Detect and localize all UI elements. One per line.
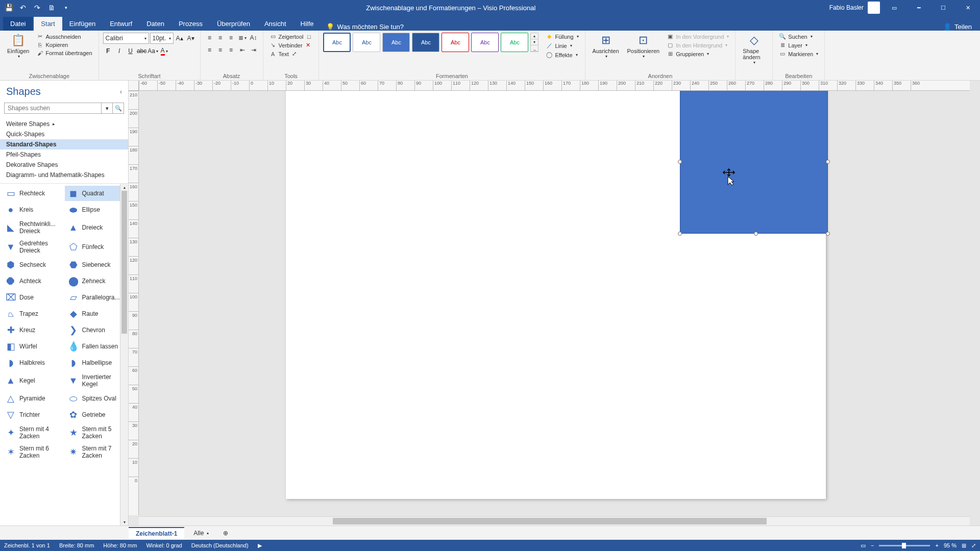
- paste-button[interactable]: 📋 Einfügen ▾: [4, 33, 32, 60]
- shape-item-rechteck[interactable]: ▭Rechteck: [2, 186, 64, 201]
- close-button[interactable]: ✕: [958, 0, 978, 15]
- tab-ueberpruefen[interactable]: Überprüfen: [210, 17, 257, 31]
- line-button[interactable]: ／Linie▾: [544, 41, 580, 50]
- align-top-right[interactable]: ≡: [226, 33, 236, 43]
- shape-item-f-nfeck[interactable]: ⬠Fünfeck: [65, 238, 127, 256]
- shape-item-invertierter-kegel[interactable]: ▼Invertierter Kegel: [65, 371, 127, 390]
- handle-w[interactable]: [678, 160, 682, 164]
- fit-page-button[interactable]: ⊞: [962, 542, 966, 549]
- zoom-level[interactable]: 95 %: [944, 542, 957, 548]
- align-left[interactable]: ≡: [205, 45, 215, 55]
- canvas-area[interactable]: -60-50-40-30-20-100102030405060708090100…: [129, 81, 980, 525]
- format-painter-button[interactable]: 🖌Format übertragen: [34, 49, 94, 57]
- presentation-mode[interactable]: ▭: [861, 542, 866, 549]
- new-page-button[interactable]: ⊕: [218, 528, 233, 539]
- macro-icon[interactable]: ▶: [258, 542, 262, 549]
- horizontal-scrollbar[interactable]: [139, 516, 970, 525]
- bullets-button[interactable]: ≣▾: [237, 33, 248, 43]
- shape-item-raute[interactable]: ◆Raute: [65, 306, 127, 321]
- tab-entwurf[interactable]: Entwurf: [103, 17, 139, 31]
- share-button[interactable]: 👤 Teilen: [935, 23, 980, 31]
- search-dropdown[interactable]: ▾: [102, 103, 113, 114]
- text-tool[interactable]: AText⤢: [267, 50, 315, 58]
- font-name-combo[interactable]: Calibri▾: [103, 33, 149, 44]
- shape-item-gedrehtes-dreieck[interactable]: ▼Gedrehtes Dreieck: [2, 238, 64, 256]
- page-tab-1[interactable]: Zeichenblatt-1: [129, 527, 184, 539]
- shape-item-w-rfel[interactable]: ◧Würfel: [2, 339, 64, 354]
- group-button[interactable]: ⊞Gruppieren▾: [665, 50, 731, 58]
- collapse-panel-button[interactable]: ‹: [120, 88, 122, 95]
- shape-item-stern-mit-zacken[interactable]: ✶Stern mit 6 Zacken: [2, 443, 64, 461]
- grow-font-button[interactable]: A▴: [175, 33, 185, 43]
- align-top-center[interactable]: ≡: [215, 33, 226, 43]
- redo-button[interactable]: ↷: [31, 1, 44, 14]
- maximize-button[interactable]: ☐: [933, 0, 953, 15]
- shape-item-dreieck[interactable]: ▲Dreieck: [65, 218, 127, 237]
- selected-square-shape[interactable]: [680, 91, 828, 234]
- shape-item-pyramide[interactable]: △Pyramide: [2, 391, 64, 406]
- cut-button[interactable]: ✂Ausschneiden: [34, 33, 94, 40]
- shape-item-rechtwinkli-dreieck[interactable]: ◣Rechtwinkli... Dreieck: [2, 218, 64, 237]
- style-5[interactable]: Abc: [442, 33, 469, 52]
- align-right[interactable]: ≡: [226, 45, 236, 55]
- handle-sw[interactable]: [678, 232, 682, 236]
- shape-item-halbkreis[interactable]: ◗Halbkreis: [2, 355, 64, 370]
- tab-einfuegen[interactable]: Einfügen: [62, 17, 103, 31]
- shape-item-stern-mit-zacken[interactable]: ✦Stern mit 4 Zacken: [2, 423, 64, 442]
- style-4[interactable]: Abc: [412, 33, 439, 52]
- shape-item-kreis[interactable]: ●Kreis: [2, 202, 64, 217]
- bold-button[interactable]: F: [103, 46, 113, 56]
- handle-s[interactable]: [754, 232, 758, 236]
- vertical-ruler[interactable]: 2102001901801701601501401301201101009080…: [129, 91, 139, 515]
- stencil-0[interactable]: Weitere Shapes ▸: [0, 119, 128, 129]
- horizontal-ruler[interactable]: -60-50-40-30-20-100102030405060708090100…: [139, 81, 970, 91]
- style-6[interactable]: Abc: [471, 33, 499, 52]
- scroll-thumb[interactable]: [121, 191, 127, 334]
- shape-item-ellipse[interactable]: ⬬Ellipse: [65, 202, 127, 217]
- shape-item-zehneck[interactable]: ⬤Zehneck: [65, 273, 127, 289]
- search-go-button[interactable]: 🔍: [113, 103, 124, 114]
- shape-item-getriebe[interactable]: ✿Getriebe: [65, 407, 127, 422]
- bring-front-button[interactable]: ▣In den Vordergrund▾: [665, 33, 731, 40]
- font-color-button[interactable]: A▾: [159, 46, 169, 56]
- stencil-4[interactable]: Dekorative Shapes: [0, 160, 128, 170]
- ribbon-display-options[interactable]: ▭: [884, 0, 904, 15]
- new-button[interactable]: 🗎: [45, 1, 58, 14]
- tab-start[interactable]: Start: [34, 17, 62, 31]
- shapes-scrollbar[interactable]: ▴ ▾: [120, 184, 128, 525]
- align-button[interactable]: ⊞Ausrichten▾: [590, 33, 622, 60]
- font-size-combo[interactable]: 10pt.▾: [150, 33, 174, 44]
- qat-more[interactable]: ▾: [59, 1, 72, 14]
- effects-button[interactable]: ◯Effekte▾: [544, 51, 580, 59]
- shapes-search-input[interactable]: [4, 103, 102, 114]
- style-7[interactable]: Abc: [501, 33, 528, 52]
- shape-item-stern-mit-zacken[interactable]: ★Stern mit 5 Zacken: [65, 423, 127, 442]
- shape-item-spitzes-oval[interactable]: ⬭Spitzes Oval: [65, 391, 127, 406]
- case-button[interactable]: Aa▾: [148, 46, 158, 56]
- canvas[interactable]: [139, 91, 970, 515]
- style-2[interactable]: Abc: [353, 33, 380, 52]
- shape-item-achteck[interactable]: ⯃Achteck: [2, 273, 64, 289]
- send-back-button[interactable]: ▢In den Hintergrund▾: [665, 41, 731, 49]
- all-pages-tab[interactable]: Alle▴: [188, 528, 214, 539]
- increase-indent[interactable]: ⇥: [249, 45, 259, 55]
- zoom-out-button[interactable]: −: [871, 542, 874, 548]
- tell-me-search[interactable]: 💡 Was möchten Sie tun?: [321, 23, 409, 31]
- layer-button[interactable]: ≣Layer▾: [777, 41, 820, 49]
- stencil-2[interactable]: Standard-Shapes: [0, 139, 128, 149]
- shape-item-chevron[interactable]: ❯Chevron: [65, 322, 127, 338]
- gallery-scroll[interactable]: ▴▾⎯: [530, 33, 538, 52]
- connector-tool[interactable]: ↘Verbinder✕: [267, 41, 315, 49]
- shape-item-trichter[interactable]: ▽Trichter: [2, 407, 64, 422]
- stencil-1[interactable]: Quick-Shapes: [0, 129, 128, 139]
- save-button[interactable]: 💾: [2, 1, 15, 14]
- copy-button[interactable]: ⎘Kopieren: [34, 41, 94, 48]
- stencil-5[interactable]: Diagramm- und Mathematik-Shapes: [0, 170, 128, 180]
- shape-item-halbellipse[interactable]: ◗Halbellipse: [65, 355, 127, 370]
- stencil-3[interactable]: Pfeil-Shapes: [0, 149, 128, 160]
- position-button[interactable]: ⊡Positionieren▾: [624, 33, 663, 60]
- tab-hilfe[interactable]: Hilfe: [293, 17, 321, 31]
- shape-item-fallen-lassen[interactable]: 💧Fallen lassen: [65, 339, 127, 354]
- shape-item-trapez[interactable]: ⏢Trapez: [2, 306, 64, 321]
- underline-button[interactable]: U: [126, 46, 136, 56]
